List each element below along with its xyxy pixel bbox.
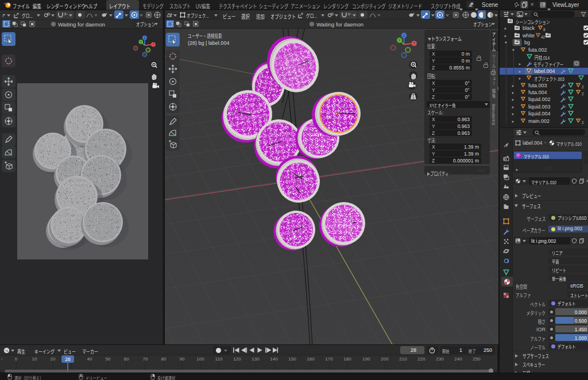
svg-text:Z: Z bbox=[144, 37, 146, 40]
svg-text:Y: Y bbox=[399, 38, 401, 42]
svg-text:X: X bbox=[413, 41, 415, 45]
